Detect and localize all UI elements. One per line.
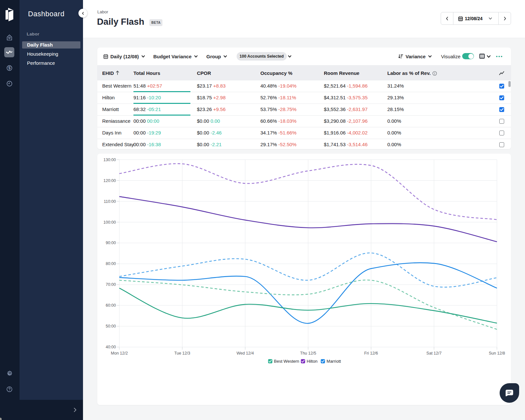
svg-text:80:00: 80:00 (106, 261, 116, 266)
svg-text:40:00: 40:00 (106, 345, 116, 349)
svg-text:110:00: 110:00 (104, 199, 116, 204)
svg-text:90:00: 90:00 (106, 241, 116, 245)
svg-text:120:00: 120:00 (104, 178, 116, 183)
svg-text:100:00: 100:00 (104, 220, 116, 225)
svg-text:Sun 12/8: Sun 12/8 (489, 351, 505, 356)
svg-text:70:00: 70:00 (106, 282, 116, 287)
svg-text:50:00: 50:00 (106, 324, 116, 329)
svg-text:Mon 12/2: Mon 12/2 (111, 351, 128, 356)
svg-text:Fri 12/6: Fri 12/6 (364, 351, 378, 356)
svg-text:Sat 12/7: Sat 12/7 (426, 351, 442, 356)
svg-text:Best Western: Best Western (274, 359, 299, 364)
svg-text:Tue 12/3: Tue 12/3 (174, 351, 190, 356)
svg-text:Thu 12/5: Thu 12/5 (300, 351, 316, 356)
svg-text:60:00: 60:00 (106, 303, 116, 308)
svg-text:Marriott: Marriott (326, 359, 341, 364)
svg-text:130:00: 130:00 (104, 158, 116, 162)
svg-text:Hilton: Hilton (307, 359, 317, 364)
svg-text:Wed 12/4: Wed 12/4 (237, 351, 254, 356)
svg-text:$: $ (8, 66, 11, 70)
